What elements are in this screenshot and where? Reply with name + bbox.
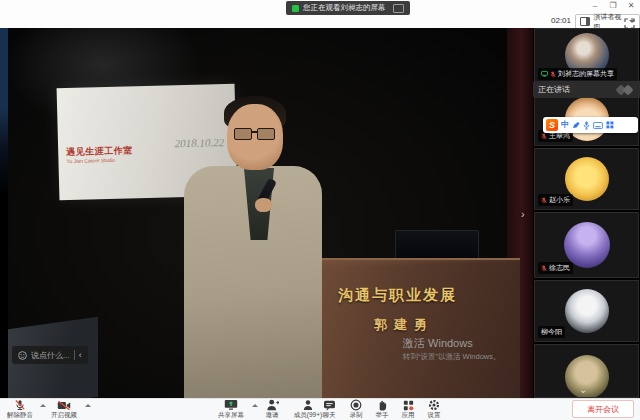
quick-chat-bar[interactable]: 说点什么... ‹ xyxy=(12,346,88,364)
participant-name-badge: 刘昶志的屏幕共享 xyxy=(538,68,617,80)
shared-screen-video[interactable]: 遇见生涯工作室 Yu Jian Career Studio 2018.10.22… xyxy=(8,28,533,398)
emoji-icon[interactable] xyxy=(18,351,27,360)
speaking-now-label: 正在讲话 xyxy=(538,84,570,95)
fullscreen-button[interactable] xyxy=(624,15,635,26)
participant-label: 刘昶志的屏幕共享 xyxy=(558,69,614,79)
record-icon xyxy=(350,399,362,411)
mic-muted-icon xyxy=(541,197,547,204)
video-options-caret[interactable] xyxy=(85,404,91,407)
collapse-chat-icon[interactable]: ‹ xyxy=(79,351,82,360)
lecturer-name: 郭建勇 xyxy=(374,316,434,334)
toolbox-grid-icon[interactable] xyxy=(606,121,614,129)
activate-windows-watermark-sub: 转到“设置”以激活 Windows。 xyxy=(403,352,501,362)
close-button[interactable]: ✕ xyxy=(624,1,638,10)
activate-windows-watermark: 激活 Windows xyxy=(403,336,473,351)
leave-meeting-button[interactable]: 离开会议 xyxy=(572,400,634,418)
settings-button[interactable]: 设置 xyxy=(420,399,448,419)
meeting-timer: 02:01 xyxy=(551,16,571,25)
share-screen-icon xyxy=(224,399,238,411)
screen-share-status-icon xyxy=(292,5,299,12)
podium: 沟通与职业发展 郭建勇 xyxy=(322,258,520,398)
participant-label: 柳今阳 xyxy=(541,327,562,337)
mic-muted-icon xyxy=(14,399,26,411)
gear-icon xyxy=(428,399,440,411)
start-video-button[interactable]: 开启视频 xyxy=(46,399,82,419)
keyboard-icon[interactable] xyxy=(593,122,603,129)
ime-toolbar[interactable]: S 中 xyxy=(543,117,638,133)
unmute-label: 解除静音 xyxy=(7,411,33,418)
invite-button[interactable]: 邀请 xyxy=(256,399,288,419)
settings-label: 设置 xyxy=(428,411,441,418)
layout-icon xyxy=(580,17,590,26)
chat-input[interactable]: 说点什么... xyxy=(31,350,70,361)
banner-text: 您正在观看刘昶志的屏幕 xyxy=(303,3,386,13)
speaking-now-toast: 正在讲话 xyxy=(533,81,640,98)
presenter-hand xyxy=(255,198,272,212)
glasses xyxy=(234,128,276,139)
record-button[interactable]: 录制 xyxy=(342,399,370,419)
share-screen-button[interactable]: 共享屏幕 xyxy=(212,399,250,419)
unmute-button[interactable]: 解除静音 xyxy=(2,399,38,419)
meeting-window: 您正在观看刘昶志的屏幕 – ❐ ✕ 02:01 演讲者视图 遇见生涯工作室 Yu… xyxy=(0,0,640,420)
mic-muted-icon xyxy=(550,71,556,78)
apps-label: 应用 xyxy=(402,411,415,418)
apps-grid-icon xyxy=(403,400,414,411)
minimize-button[interactable]: – xyxy=(588,1,602,10)
meeting-logo-icon xyxy=(615,84,637,96)
chat-label: 聊天 xyxy=(323,411,336,418)
divider xyxy=(74,350,75,360)
invite-person-icon xyxy=(266,399,279,411)
participant-name-badge: 柳今阳 xyxy=(538,326,565,338)
participant-tile-sharer[interactable]: 刘昶志的屏幕共享 xyxy=(534,28,639,84)
desktop-edge-strip xyxy=(0,28,8,398)
participant-tile[interactable]: 柳今阳 xyxy=(534,280,639,342)
participant-label: 赵小乐 xyxy=(549,195,570,205)
slide-date: 2018.10.22 xyxy=(174,136,224,149)
chat-bubble-icon xyxy=(323,400,336,411)
voice-mic-icon[interactable] xyxy=(583,121,590,130)
handwriting-pen-icon[interactable] xyxy=(572,121,580,129)
screen-share-icon xyxy=(541,71,548,77)
monitor-icon[interactable] xyxy=(393,4,404,13)
avatar xyxy=(565,289,609,333)
scroll-more-icon[interactable]: ⌄ xyxy=(579,384,587,395)
raise-hand-label: 举手 xyxy=(376,411,389,418)
share-screen-label: 共享屏幕 xyxy=(218,411,244,418)
slide-org-name-en: Yu Jian Career Studio xyxy=(66,157,115,164)
chat-button[interactable]: 聊天 xyxy=(314,399,344,419)
sidebar-toggle-icon[interactable]: › xyxy=(521,208,525,220)
invite-label: 邀请 xyxy=(266,411,279,418)
participant-name-badge: 徐志民 xyxy=(538,262,573,274)
camera-off-icon xyxy=(57,400,71,411)
participant-tile[interactable]: 徐志民 xyxy=(534,212,639,278)
start-video-label: 开启视频 xyxy=(51,411,77,418)
participants-sidebar: 刘昶志的屏幕共享 正在讲话 S 中 xyxy=(533,28,640,398)
record-label: 录制 xyxy=(350,411,363,418)
mic-muted-icon xyxy=(541,265,547,272)
participant-name-badge: 赵小乐 xyxy=(538,194,573,206)
sogou-logo-icon[interactable]: S xyxy=(546,119,558,131)
maximize-button[interactable]: ❐ xyxy=(606,1,620,10)
members-icon xyxy=(302,399,314,411)
participant-label: 徐志民 xyxy=(549,263,570,273)
hand-icon xyxy=(377,399,388,411)
ime-mode-toggle[interactable]: 中 xyxy=(561,121,569,129)
participant-tile[interactable]: ⌄ xyxy=(534,344,639,398)
raise-hand-button[interactable]: 举手 xyxy=(368,399,396,419)
lecture-title: 沟通与职业发展 xyxy=(338,286,457,305)
watching-screen-banner: 您正在观看刘昶志的屏幕 xyxy=(286,1,410,15)
apps-button[interactable]: 应用 xyxy=(394,399,422,419)
mic-muted-icon xyxy=(541,133,547,140)
participant-tile[interactable]: 赵小乐 xyxy=(534,148,639,210)
